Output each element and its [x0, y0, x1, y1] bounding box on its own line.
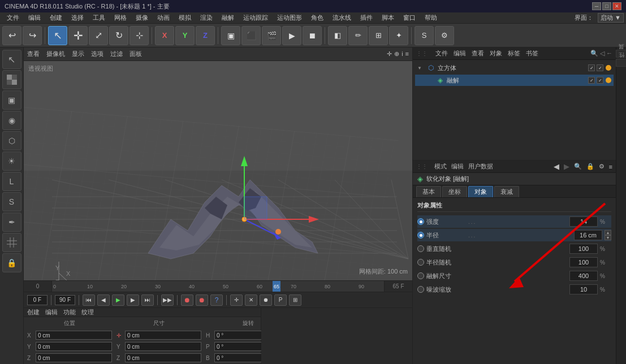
grid-keyframe-button[interactable]: ⊞	[289, 294, 301, 306]
vp-panel[interactable]: 面板	[129, 50, 142, 58]
go-start-button[interactable]: ⏮	[83, 294, 95, 306]
menu-tools[interactable]: 工具	[88, 12, 110, 23]
back-icon[interactable]: ←	[606, 50, 612, 57]
record-param-button[interactable]: P	[274, 294, 287, 306]
menu-motion-graph[interactable]: 运动图形	[273, 12, 306, 23]
vp-camera[interactable]: 摄像机	[46, 50, 65, 58]
redo-button[interactable]: ↪	[23, 26, 42, 45]
bt-edit[interactable]: 编辑	[45, 308, 58, 317]
menu-melt[interactable]: 融解	[217, 12, 239, 23]
pos-x-input[interactable]	[36, 331, 112, 340]
prop-lock-icon[interactable]: 🔒	[586, 163, 594, 170]
object-btn-2[interactable]: ⬛	[241, 26, 261, 45]
size-x-input[interactable]	[125, 331, 201, 340]
strength-radio[interactable]	[417, 218, 424, 225]
obj-check-4[interactable]: ✓	[597, 77, 603, 84]
tab-object[interactable]: 对象	[468, 186, 493, 197]
record-rot-button[interactable]: ⏺	[196, 294, 208, 306]
obj-check-1[interactable]: ✓	[588, 64, 595, 71]
misc-btn-1[interactable]: S	[415, 26, 434, 45]
menu-edit[interactable]: 编辑	[24, 12, 45, 23]
vp-icon-1[interactable]: ✛	[387, 50, 392, 58]
go-end-button[interactable]: ⏭	[141, 294, 154, 306]
render-btn-2[interactable]: ✏	[348, 26, 368, 45]
vp-icon-4[interactable]: ≡	[405, 50, 409, 58]
interface-value[interactable]: 启动 ▼	[598, 13, 624, 23]
maximize-button[interactable]: □	[602, 2, 611, 10]
step-forward-button[interactable]: ▶	[127, 294, 139, 306]
prop-userdata[interactable]: 用户数据	[468, 162, 493, 171]
noise-scale-value[interactable]: 10	[569, 284, 598, 294]
add-keyframe-button[interactable]: ✛	[230, 294, 243, 306]
object-btn-5[interactable]: ⏹	[303, 26, 322, 45]
bt-function[interactable]: 功能	[63, 308, 76, 317]
scale-tool[interactable]: ⤢	[89, 26, 108, 45]
menu-animation[interactable]: 动画	[153, 12, 174, 23]
edge-tab-2[interactable]: 性	[616, 59, 627, 67]
object-btn-1[interactable]: ▣	[221, 26, 240, 45]
radius-radio[interactable]	[417, 232, 424, 239]
play-all-button[interactable]: ▶▶	[161, 294, 174, 306]
sidebar-pen[interactable]: ✒	[2, 213, 21, 232]
radius-down[interactable]: ▼	[605, 235, 611, 240]
vert-rand-radio[interactable]	[417, 245, 424, 252]
obj-check-3[interactable]: ✓	[588, 77, 595, 84]
select2-tool[interactable]: ⊹	[129, 26, 149, 45]
vp-view[interactable]: 查看	[27, 50, 40, 58]
prop-mode[interactable]: 模式	[434, 162, 447, 171]
menu-camera[interactable]: 摄像	[131, 12, 153, 23]
z-axis[interactable]: Z	[196, 26, 215, 45]
menu-help[interactable]: 帮助	[420, 12, 442, 23]
playhead[interactable]: 65	[273, 281, 280, 292]
sidebar-box[interactable]: ▣	[2, 90, 21, 110]
record-pos-button[interactable]: ⏺	[181, 294, 193, 306]
viewport-3d[interactable]: Y Z X 透视视图 网格间距: 100 cm	[24, 61, 412, 280]
sidebar-s[interactable]: S	[2, 192, 21, 211]
sidebar-select[interactable]: ↖	[2, 50, 21, 69]
vp-display[interactable]: 显示	[72, 50, 84, 58]
timeline[interactable]: 0 0 10 20 30 40 50 60 65 70 80 90 65 F	[24, 280, 412, 292]
vp-filter[interactable]: 过滤	[110, 50, 123, 58]
sidebar-sphere[interactable]: ◉	[2, 111, 21, 130]
vp-icon-2[interactable]: ⊕	[394, 50, 399, 58]
close-button[interactable]: ✕	[612, 2, 621, 10]
remove-keyframe-button[interactable]: ✕	[245, 294, 257, 306]
end-frame-input[interactable]	[55, 295, 75, 305]
tab-falloff[interactable]: 衰减	[494, 186, 519, 197]
prop-back-arrow[interactable]: ◀	[554, 162, 559, 171]
x-axis[interactable]: X	[155, 26, 174, 45]
search-icon[interactable]: 🔍	[590, 50, 598, 57]
noise-scale-radio[interactable]	[417, 286, 424, 293]
move-tool[interactable]: ✛	[68, 26, 88, 45]
render-btn-4[interactable]: ✦	[389, 26, 408, 45]
menu-window[interactable]: 窗口	[399, 12, 420, 23]
play-forward-button[interactable]: ▶	[112, 294, 124, 306]
menu-plugins[interactable]: 插件	[356, 12, 377, 23]
radius-up[interactable]: ▲	[605, 230, 611, 235]
vp-icon-3[interactable]: i	[401, 50, 403, 58]
render-btn-3[interactable]: ⊞	[369, 26, 388, 45]
sidebar-checkerboard[interactable]	[2, 70, 21, 89]
vert-rand-value[interactable]: 100	[569, 244, 598, 254]
menu-simulate[interactable]: 模拟	[174, 12, 196, 23]
record-scale-button[interactable]: ?	[210, 294, 223, 306]
obj-check-2[interactable]: ✓	[597, 64, 603, 71]
object-btn-3[interactable]: 🎬	[262, 26, 281, 45]
prop-settings-icon[interactable]: ⚙	[599, 163, 605, 170]
prop-edit[interactable]: 编辑	[451, 162, 464, 171]
obj-item-melt[interactable]: ◈ 融解 ✓ ✓	[415, 75, 614, 86]
select-tool[interactable]: ↖	[48, 26, 67, 45]
size-y-input[interactable]	[125, 342, 201, 351]
sidebar-cube[interactable]: ⬡	[2, 131, 21, 150]
minimize-button[interactable]: ─	[592, 2, 601, 10]
obj-view[interactable]: 查看	[472, 49, 484, 58]
obj-file[interactable]: 文件	[435, 49, 448, 58]
menu-pipeline[interactable]: 流水线	[328, 12, 356, 23]
tab-coord[interactable]: 坐标	[442, 186, 467, 197]
pos-z-input[interactable]	[36, 353, 112, 362]
obj-item-cube[interactable]: ▼ ⬡ 立方体 ✓ ✓	[415, 62, 614, 73]
prop-search-icon[interactable]: 🔍	[574, 163, 582, 170]
menu-mesh[interactable]: 网格	[110, 12, 131, 23]
keyframe-auto-button[interactable]: ⏺	[260, 294, 272, 306]
obj-tag[interactable]: 标签	[508, 49, 520, 58]
